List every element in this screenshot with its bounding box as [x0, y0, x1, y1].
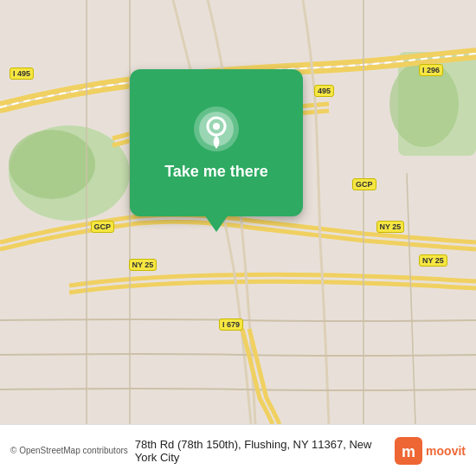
road-label-gcp-right: GCP — [352, 178, 376, 190]
address-label: 78th Rd (78th 150th), Flushing, NY 11367… — [135, 438, 395, 464]
popup-button-label: Take me there — [164, 163, 268, 181]
take-me-there-button[interactable]: Take me there — [130, 69, 303, 216]
road-label-i1296: I 296 — [419, 64, 443, 76]
road-label-i679: I 679 — [219, 318, 243, 331]
bottom-info-bar: © OpenStreetMap contributors 78th Rd (78… — [0, 424, 476, 476]
road-label-ny25-far: NY 25 — [419, 254, 447, 267]
map-view: I 495 I 495 495 I 296 GCP GCP NY 25 NY 2… — [0, 0, 476, 424]
moovit-logo: m moovit — [395, 437, 466, 465]
location-pin-icon — [193, 106, 240, 152]
road-label-ny25-center: NY 25 — [376, 221, 405, 233]
road-label-gcp-left: GCP — [91, 221, 115, 233]
svg-text:m: m — [402, 443, 415, 460]
openstreetmap-attribution: © OpenStreetMap contributors — [10, 446, 128, 455]
svg-point-8 — [213, 123, 220, 130]
road-label-i495-left: I 495 — [10, 68, 34, 80]
svg-point-2 — [9, 130, 95, 199]
road-label-495-right: 495 — [314, 85, 334, 97]
road-label-ny25-left: NY 25 — [129, 259, 158, 271]
moovit-logo-icon: m — [395, 437, 422, 465]
moovit-brand-text: moovit — [426, 444, 466, 458]
